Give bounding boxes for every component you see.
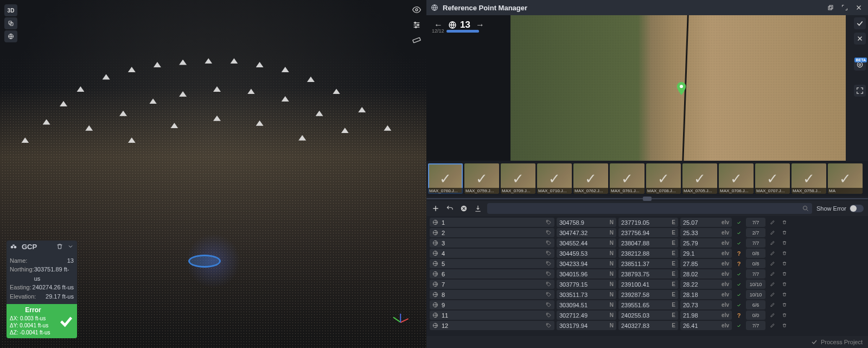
easting-cell[interactable]: 238047.88E xyxy=(618,238,678,248)
gcp-marker-selected[interactable] xyxy=(188,255,221,268)
tag-icon[interactable] xyxy=(546,302,552,308)
northing-cell[interactable]: 303094.51N xyxy=(557,300,616,309)
trash-icon[interactable] xyxy=(780,280,789,289)
chevron-down-icon[interactable] xyxy=(67,243,74,250)
northing-cell[interactable]: 303779.15N xyxy=(557,280,616,289)
tag-icon[interactable] xyxy=(546,281,552,287)
thumbnail[interactable]: ✓MAX_0709.J... xyxy=(501,163,535,194)
thumbnail[interactable]: ✓MAX_0707.J... xyxy=(755,163,790,194)
table-row[interactable]: 8303511.73N239287.58E28.18elv10/10 xyxy=(430,289,865,300)
elevation-cell[interactable]: 27.85elv xyxy=(680,259,732,268)
thumbnail[interactable]: ✓MAX_0706.J... xyxy=(719,163,754,194)
search-icon[interactable] xyxy=(802,205,809,212)
easting-cell[interactable]: 240327.83E xyxy=(618,321,678,330)
close-icon[interactable] xyxy=(854,3,864,12)
northing-cell[interactable]: 304233.94N xyxy=(557,259,616,268)
edit-icon[interactable] xyxy=(768,280,777,289)
easting-cell[interactable]: 238511.37E xyxy=(618,259,678,268)
table-row[interactable]: 6304015.96N238793.75E28.02elv7/7 xyxy=(430,269,865,279)
table-row[interactable]: 4304459.53N238212.88E29.1elv?0/8 xyxy=(430,248,865,258)
trash-icon[interactable] xyxy=(780,269,789,279)
tag-icon[interactable] xyxy=(546,312,552,318)
tag-icon[interactable] xyxy=(546,322,552,328)
tag-icon[interactable] xyxy=(546,250,552,256)
trash-icon[interactable] xyxy=(780,218,789,227)
trash-icon[interactable] xyxy=(780,290,789,299)
edit-icon[interactable] xyxy=(768,311,777,320)
close-icon[interactable] xyxy=(854,33,866,45)
elevation-cell[interactable]: 25.07elv xyxy=(680,218,732,227)
thumbnail[interactable]: ✓MA xyxy=(828,163,863,194)
binoculars-icon[interactable] xyxy=(10,243,17,250)
axes-indicator[interactable] xyxy=(390,311,411,333)
table-row[interactable]: 7303779.15N239100.41E28.22elv10/10 xyxy=(430,279,865,289)
maximize-icon[interactable] xyxy=(840,3,850,12)
edit-icon[interactable] xyxy=(768,321,777,330)
view-mode-3d-button[interactable]: 3D xyxy=(4,4,17,16)
easting-cell[interactable]: 237756.94E xyxy=(618,228,678,237)
thumbnail[interactable]: ✓MAX_0710.J... xyxy=(537,163,572,194)
edit-icon[interactable] xyxy=(768,290,777,299)
trash-icon[interactable] xyxy=(780,249,789,258)
tag-icon[interactable] xyxy=(546,292,552,298)
add-icon[interactable] xyxy=(431,204,441,213)
trash-icon[interactable] xyxy=(780,311,789,320)
elevation-cell[interactable]: 26.41elv xyxy=(680,321,732,330)
edit-icon[interactable] xyxy=(768,228,777,237)
northing-cell[interactable]: 302712.49N xyxy=(557,311,616,320)
easting-cell[interactable]: 240255.03E xyxy=(618,311,678,320)
easting-cell[interactable]: 239287.58E xyxy=(618,290,678,299)
trash-icon[interactable] xyxy=(56,243,63,250)
edit-icon[interactable] xyxy=(768,269,777,279)
easting-cell[interactable]: 238793.75E xyxy=(618,269,678,279)
thumbnail[interactable]: ✓MAX_0708.J... xyxy=(646,163,681,194)
northing-cell[interactable]: 304747.32N xyxy=(557,228,616,237)
target-icon[interactable]: BETA xyxy=(854,59,866,71)
easting-cell[interactable]: 239551.65E xyxy=(618,300,678,309)
pin-marker-icon[interactable] xyxy=(676,82,686,95)
table-row[interactable]: 9303094.51N239551.65E20.73elv6/6 xyxy=(430,300,865,310)
fullscreen-icon[interactable] xyxy=(854,85,866,97)
clear-icon[interactable] xyxy=(459,204,469,213)
easting-cell[interactable]: 238212.88E xyxy=(618,249,678,258)
thumbnail[interactable]: ✓MAX_0761.J... xyxy=(610,163,644,194)
edit-icon[interactable] xyxy=(768,238,777,248)
confirm-icon[interactable] xyxy=(854,17,866,29)
process-project-button[interactable]: Process Project xyxy=(821,339,863,345)
splitter-handle[interactable] xyxy=(426,197,868,201)
edit-icon[interactable] xyxy=(768,218,777,227)
sliders-icon[interactable] xyxy=(411,20,422,30)
thumbnail[interactable]: ✓MAX_0759.J... xyxy=(464,163,499,194)
trash-icon[interactable] xyxy=(780,321,789,330)
table-row[interactable]: 2304747.32N237756.94E25.33elv2/7 xyxy=(430,227,865,238)
aerial-image-view[interactable] xyxy=(510,15,846,161)
tag-icon[interactable] xyxy=(546,271,552,277)
table-row[interactable]: 5304233.94N238511.37E27.85elv?0/8 xyxy=(430,258,865,269)
show-error-toggle[interactable] xyxy=(850,205,864,212)
thumbnail[interactable]: ✓MAX_0705.J... xyxy=(682,163,717,194)
northing-cell[interactable]: 303511.73N xyxy=(557,290,616,299)
trash-icon[interactable] xyxy=(780,259,789,268)
northing-cell[interactable]: 304758.9N xyxy=(557,218,616,227)
table-row[interactable]: 3304552.44N238047.88E25.79elv7/7 xyxy=(430,238,865,248)
tag-icon[interactable] xyxy=(546,240,552,246)
search-input[interactable] xyxy=(487,203,812,214)
elevation-cell[interactable]: 28.18elv xyxy=(680,290,732,299)
ruler-icon[interactable] xyxy=(411,35,422,46)
edit-icon[interactable] xyxy=(768,300,777,309)
northing-cell[interactable]: 304459.53N xyxy=(557,249,616,258)
northing-cell[interactable]: 303179.94N xyxy=(557,321,616,330)
thumbnail[interactable]: ✓MAX_0760.J... xyxy=(428,163,463,194)
edit-icon[interactable] xyxy=(768,259,777,268)
download-icon[interactable] xyxy=(473,204,483,213)
easting-cell[interactable]: 237719.05E xyxy=(618,218,678,227)
edit-icon[interactable] xyxy=(768,249,777,258)
thumbnail[interactable]: ✓MAX_0762.J... xyxy=(573,163,608,194)
tag-icon[interactable] xyxy=(546,219,552,225)
tag-icon[interactable] xyxy=(546,261,552,267)
elevation-cell[interactable]: 25.79elv xyxy=(680,238,732,248)
northing-cell[interactable]: 304015.96N xyxy=(557,269,616,279)
table-row[interactable]: 11302712.49N240255.03E21.98elv?0/0 xyxy=(430,310,865,320)
copy-icon[interactable] xyxy=(4,17,17,29)
undo-icon[interactable] xyxy=(445,204,455,213)
